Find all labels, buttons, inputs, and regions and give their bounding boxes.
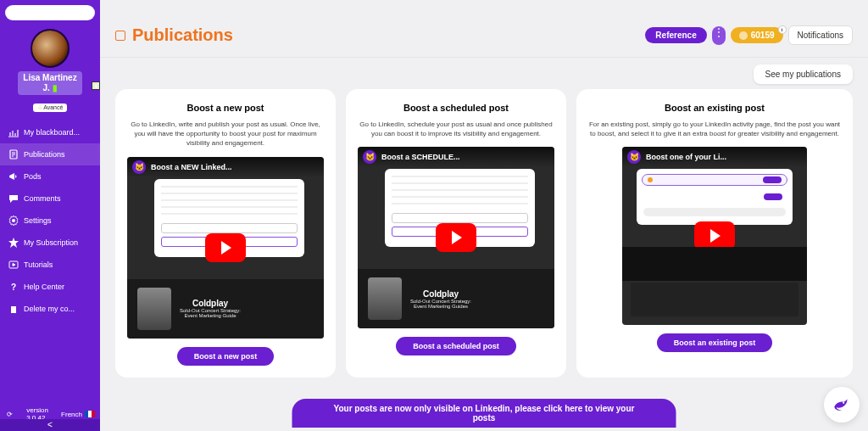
sidebar-item-label: Delete my co... [24, 305, 75, 313]
play-button-icon[interactable] [205, 233, 246, 262]
play-icon [8, 260, 19, 270]
language-selector[interactable]: French [61, 411, 95, 418]
video-thumbnail-new[interactable]: 🐱 Boost a NEW Linked... Coldplay Sold-Ou… [127, 157, 324, 339]
publications-icon [115, 31, 125, 41]
points-badge[interactable]: 60159 i [731, 27, 783, 43]
sidebar-item-label: Comments [24, 194, 61, 203]
boost-existing-button[interactable]: Boost an existing post [657, 333, 773, 352]
header: Publications Reference ⋮ 60159 i Notific… [100, 0, 868, 58]
channel-avatar-icon: 🐱 [363, 150, 376, 164]
sidebar-item-subscription[interactable]: My Subscription [0, 232, 100, 254]
card-description: Go to LinkedIn, write and publish your p… [127, 120, 324, 148]
sidebar-item-blackboard[interactable]: My blackboard... [0, 121, 100, 143]
sidebar-item-pods[interactable]: Pods [0, 165, 100, 188]
document-icon [8, 149, 19, 160]
cards-row: Boost a new post Go to LinkedIn, write a… [100, 89, 868, 378]
boost-scheduled-button[interactable]: Boost a scheduled post [396, 337, 516, 355]
channel-avatar-icon: 🐱 [132, 160, 146, 174]
sidebar-item-label: Tutorials [24, 260, 53, 269]
main-content: Publications Reference ⋮ 60159 i Notific… [100, 0, 868, 431]
sidebar-item-label: Settings [24, 216, 52, 225]
collapse-sidebar[interactable]: < [0, 419, 100, 431]
level-badge: ☆ Avancé [33, 104, 68, 112]
card-title: Boost a scheduled post [358, 103, 554, 113]
card-title: Boost a new post [127, 103, 324, 113]
megaphone-icon [8, 171, 19, 182]
help-fab[interactable] [824, 387, 860, 423]
svg-point-3 [843, 402, 844, 404]
star-icon [8, 238, 19, 248]
sidebar-item-help[interactable]: ? Help Center [0, 276, 100, 298]
card-boost-existing: Boost an existing post For an existing p… [576, 89, 853, 378]
avatar [31, 29, 70, 68]
bird-icon [831, 394, 853, 416]
more-actions-button[interactable]: ⋮ [712, 26, 726, 45]
video-title: Boost a NEW Linked... [151, 163, 232, 171]
sidebar-item-tutorials[interactable]: Tutorials [0, 254, 100, 276]
page-title: Publications [115, 25, 233, 45]
user-profile[interactable]: Lisa Martinez J. ▮ ☆ Avancé [0, 25, 100, 121]
sidebar-item-comments[interactable]: Comments [0, 188, 100, 210]
play-button-icon[interactable] [436, 223, 476, 252]
sidebar-item-label: Publications [24, 150, 65, 159]
video-title: Boost one of your Li... [646, 153, 726, 161]
refresh-icon[interactable]: ⟳ [5, 411, 14, 418]
sidebar-item-delete[interactable]: Delete my co... [0, 298, 100, 320]
sidebar-nav: My blackboard... Publications Pods Comme… [0, 121, 100, 320]
see-publications-button[interactable]: See my publications [754, 64, 854, 84]
reference-button[interactable]: Reference [645, 27, 706, 43]
sidebar-item-label: Help Center [24, 283, 64, 291]
sidebar-item-label: My Subscription [24, 238, 78, 247]
trash-icon [8, 304, 19, 314]
video-title: Boost a SCHEDULE... [381, 153, 460, 161]
card-boost-scheduled: Boost a scheduled post Go to LinkedIn, s… [346, 89, 566, 378]
sidebar-item-label: My blackboard... [24, 128, 80, 137]
card-boost-new: Boost a new post Go to LinkedIn, write a… [115, 89, 336, 378]
chart-icon [8, 127, 19, 137]
gear-icon [8, 216, 19, 226]
info-icon[interactable]: i [778, 25, 787, 34]
boost-new-button[interactable]: Boost a new post [177, 347, 275, 366]
card-title: Boost an existing post [588, 103, 841, 113]
sidebar-item-settings[interactable]: Settings [0, 210, 100, 232]
chat-icon [8, 193, 19, 204]
notifications-button[interactable]: Notifications [788, 25, 853, 45]
linkedin-banner[interactable]: Your posts are now only visible on Linke… [292, 399, 676, 428]
flag-icon [85, 411, 95, 417]
video-thumbnail-existing[interactable]: 🐱 Boost one of your Li... [622, 147, 807, 325]
user-name: Lisa Martinez J. ▮ [18, 71, 81, 95]
svg-point-1 [12, 219, 15, 222]
card-description: Go to LinkedIn, schedule your post as us… [358, 120, 554, 138]
new-indicator: ▮ [92, 81, 100, 90]
card-description: For an existing post, simply go to your … [588, 120, 841, 138]
search-input[interactable] [5, 5, 95, 20]
video-thumbnail-scheduled[interactable]: 🐱 Boost a SCHEDULE... Coldplay Sold-Out … [358, 147, 554, 328]
sidebar: Lisa Martinez J. ▮ ☆ Avancé ▮ My blackbo… [0, 0, 100, 431]
help-icon: ? [8, 282, 19, 292]
sidebar-item-publications[interactable]: Publications [0, 143, 100, 165]
channel-avatar-icon: 🐱 [627, 150, 641, 164]
play-button-icon[interactable] [694, 221, 735, 250]
sidebar-item-label: Pods [24, 172, 42, 181]
